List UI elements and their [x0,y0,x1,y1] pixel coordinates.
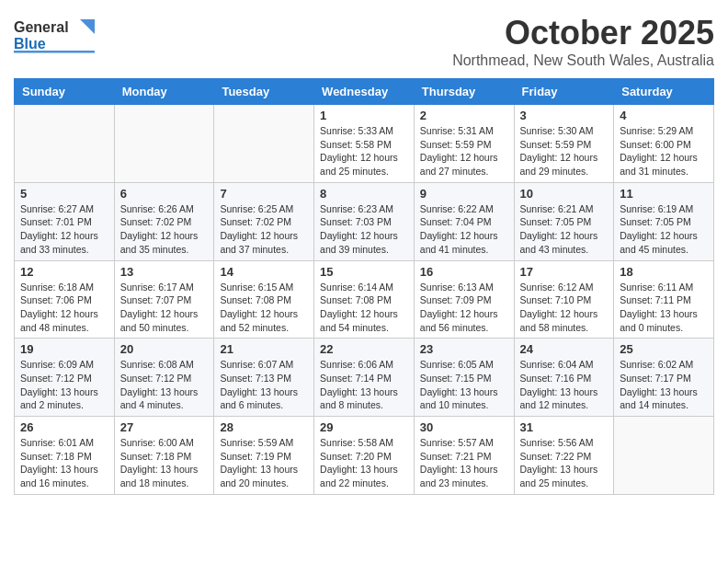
weekday-header: Saturday [614,79,714,105]
svg-rect-3 [14,51,95,53]
calendar-cell: 3Sunrise: 5:30 AMSunset: 5:59 PMDaylight… [514,105,614,183]
day-number: 7 [220,187,308,201]
svg-text:General: General [14,19,69,35]
day-info: Sunrise: 6:12 AMSunset: 7:10 PMDaylight:… [520,281,609,335]
calendar-cell [15,105,115,183]
day-number: 9 [420,187,508,201]
day-info: Sunrise: 6:09 AMSunset: 7:12 PMDaylight:… [20,358,108,412]
calendar-cell: 2Sunrise: 5:31 AMSunset: 5:59 PMDaylight… [414,105,514,183]
day-number: 17 [520,265,609,279]
day-info: Sunrise: 6:26 AMSunset: 7:02 PMDaylight:… [120,202,209,257]
calendar-cell: 29Sunrise: 5:58 AMSunset: 7:20 PMDayligh… [314,417,415,495]
day-number: 21 [220,342,308,356]
logo: General Blue [14,14,97,59]
calendar-cell: 6Sunrise: 6:26 AMSunset: 7:02 PMDaylight… [114,182,214,260]
day-number: 27 [120,420,209,434]
day-number: 29 [320,420,408,434]
day-info: Sunrise: 6:05 AMSunset: 7:15 PMDaylight:… [420,358,508,412]
day-number: 25 [620,342,708,356]
calendar-cell: 24Sunrise: 6:04 AMSunset: 7:16 PMDayligh… [514,339,614,417]
day-info: Sunrise: 6:21 AMSunset: 7:05 PMDaylight:… [520,202,609,257]
svg-text:Blue: Blue [14,36,46,52]
day-number: 28 [220,420,308,434]
day-number: 19 [20,342,108,356]
day-info: Sunrise: 5:56 AMSunset: 7:22 PMDaylight:… [520,436,609,490]
day-number: 1 [320,109,408,122]
weekday-header: Sunday [15,79,115,105]
day-number: 30 [420,420,508,434]
weekday-header: Thursday [414,79,514,105]
day-info: Sunrise: 6:17 AMSunset: 7:07 PMDaylight:… [120,281,209,335]
day-info: Sunrise: 6:25 AMSunset: 7:02 PMDaylight:… [220,202,308,257]
day-number: 20 [120,342,209,356]
day-number: 11 [620,187,708,201]
weekday-header: Friday [514,79,614,105]
day-number: 16 [420,265,508,279]
calendar-cell: 9Sunrise: 6:22 AMSunset: 7:04 PMDaylight… [414,182,514,260]
day-number: 26 [20,420,108,434]
calendar-cell: 5Sunrise: 6:27 AMSunset: 7:01 PMDaylight… [15,182,115,260]
title-block: October 2025 Northmead, New South Wales,… [452,14,714,69]
day-number: 6 [120,187,209,201]
calendar-cell: 19Sunrise: 6:09 AMSunset: 7:12 PMDayligh… [15,339,115,417]
calendar-cell: 27Sunrise: 6:00 AMSunset: 7:18 PMDayligh… [114,417,214,495]
calendar-cell: 18Sunrise: 6:11 AMSunset: 7:11 PMDayligh… [614,260,714,339]
day-info: Sunrise: 5:31 AMSunset: 5:59 PMDaylight:… [420,124,508,178]
calendar-cell: 1Sunrise: 5:33 AMSunset: 5:58 PMDaylight… [314,105,415,183]
day-info: Sunrise: 5:58 AMSunset: 7:20 PMDaylight:… [320,436,408,490]
day-info: Sunrise: 6:14 AMSunset: 7:08 PMDaylight:… [320,281,408,335]
day-number: 13 [120,265,209,279]
calendar-cell [114,105,214,183]
calendar-header-row: SundayMondayTuesdayWednesdayThursdayFrid… [15,79,714,105]
day-number: 3 [520,109,609,122]
day-number: 22 [320,342,408,356]
calendar-cell: 8Sunrise: 6:23 AMSunset: 7:03 PMDaylight… [314,182,415,260]
calendar-week-row: 26Sunrise: 6:01 AMSunset: 7:18 PMDayligh… [15,417,714,495]
calendar-week-row: 1Sunrise: 5:33 AMSunset: 5:58 PMDaylight… [15,105,714,183]
calendar-cell: 12Sunrise: 6:18 AMSunset: 7:06 PMDayligh… [15,260,115,339]
calendar-week-row: 5Sunrise: 6:27 AMSunset: 7:01 PMDaylight… [15,182,714,260]
day-info: Sunrise: 6:04 AMSunset: 7:16 PMDaylight:… [520,358,609,412]
day-info: Sunrise: 6:07 AMSunset: 7:13 PMDaylight:… [220,358,308,412]
day-info: Sunrise: 6:00 AMSunset: 7:18 PMDaylight:… [120,436,209,490]
page-header: General Blue October 2025 Northmead, New… [14,14,714,69]
day-info: Sunrise: 6:13 AMSunset: 7:09 PMDaylight:… [420,281,508,335]
day-info: Sunrise: 6:15 AMSunset: 7:08 PMDaylight:… [220,281,308,335]
month-title: October 2025 [452,14,714,52]
calendar-cell: 23Sunrise: 6:05 AMSunset: 7:15 PMDayligh… [414,339,514,417]
calendar-cell: 11Sunrise: 6:19 AMSunset: 7:05 PMDayligh… [614,182,714,260]
day-number: 4 [620,109,708,122]
day-number: 18 [620,265,708,279]
day-number: 14 [220,265,308,279]
day-info: Sunrise: 6:22 AMSunset: 7:04 PMDaylight:… [420,202,508,257]
calendar-cell: 17Sunrise: 6:12 AMSunset: 7:10 PMDayligh… [514,260,614,339]
calendar-cell: 21Sunrise: 6:07 AMSunset: 7:13 PMDayligh… [214,339,314,417]
calendar-cell: 7Sunrise: 6:25 AMSunset: 7:02 PMDaylight… [214,182,314,260]
location: Northmead, New South Wales, Australia [452,52,714,69]
calendar-cell: 15Sunrise: 6:14 AMSunset: 7:08 PMDayligh… [314,260,415,339]
calendar-cell: 16Sunrise: 6:13 AMSunset: 7:09 PMDayligh… [414,260,514,339]
day-info: Sunrise: 6:18 AMSunset: 7:06 PMDaylight:… [20,281,108,335]
calendar-cell: 26Sunrise: 6:01 AMSunset: 7:18 PMDayligh… [15,417,115,495]
day-number: 24 [520,342,609,356]
day-info: Sunrise: 5:29 AMSunset: 6:00 PMDaylight:… [620,124,708,178]
calendar-cell: 4Sunrise: 5:29 AMSunset: 6:00 PMDaylight… [614,105,714,183]
calendar-cell [214,105,314,183]
calendar-cell: 22Sunrise: 6:06 AMSunset: 7:14 PMDayligh… [314,339,415,417]
calendar-table: SundayMondayTuesdayWednesdayThursdayFrid… [14,78,714,495]
day-number: 8 [320,187,408,201]
day-info: Sunrise: 5:30 AMSunset: 5:59 PMDaylight:… [520,124,609,178]
day-number: 15 [320,265,408,279]
calendar-cell: 10Sunrise: 6:21 AMSunset: 7:05 PMDayligh… [514,182,614,260]
day-number: 12 [20,265,108,279]
day-number: 10 [520,187,609,201]
day-info: Sunrise: 6:11 AMSunset: 7:11 PMDaylight:… [620,281,708,335]
day-info: Sunrise: 5:33 AMSunset: 5:58 PMDaylight:… [320,124,408,178]
day-info: Sunrise: 6:08 AMSunset: 7:12 PMDaylight:… [120,358,209,412]
weekday-header: Monday [114,79,214,105]
calendar-cell: 14Sunrise: 6:15 AMSunset: 7:08 PMDayligh… [214,260,314,339]
day-info: Sunrise: 6:27 AMSunset: 7:01 PMDaylight:… [20,202,108,257]
weekday-header: Tuesday [214,79,314,105]
day-info: Sunrise: 6:23 AMSunset: 7:03 PMDaylight:… [320,202,408,257]
calendar-week-row: 12Sunrise: 6:18 AMSunset: 7:06 PMDayligh… [15,260,714,339]
